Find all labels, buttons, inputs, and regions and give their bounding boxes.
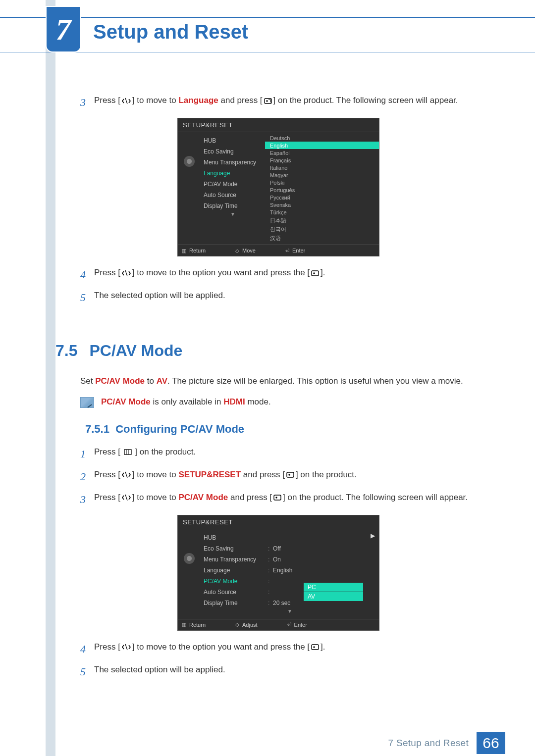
- chapter-title: Setup and Reset: [93, 21, 248, 43]
- section-heading: 7.5 PC/AV Mode: [55, 342, 477, 360]
- step-number: 4: [80, 641, 94, 657]
- updown-icon: [121, 494, 131, 501]
- step-text: Press [] to move to the option you want …: [94, 266, 477, 279]
- osd-language-list: Deutsch English Español Français Italian…: [265, 132, 379, 245]
- enter-icon: [311, 270, 320, 277]
- osd-options-dropdown: PC AV: [304, 583, 363, 602]
- svg-rect-6: [124, 450, 131, 454]
- left-stripe: [46, 0, 55, 756]
- lang-item: 汉语: [265, 234, 379, 243]
- note-text: PC/AV Mode is only available in HDMI mod…: [101, 397, 271, 407]
- osd-menu-item: Auto Source: [201, 190, 265, 201]
- enter-icon: [264, 98, 272, 104]
- section-title: PC/AV Mode: [89, 342, 182, 360]
- gear-icon: [184, 553, 195, 564]
- step-b1: 1 Press [ ] on the product.: [80, 446, 477, 462]
- step-b4: 4 Press [] to move to the option you wan…: [80, 641, 477, 657]
- step-text: Press [ ] on the product.: [94, 446, 477, 458]
- lang-item: Svenska: [265, 201, 379, 208]
- enter-icon: [273, 494, 282, 501]
- highlight-pcavmode: PC/AV Mode: [178, 493, 228, 502]
- updown-icon: [121, 644, 131, 651]
- menu-icon: ▥: [182, 622, 186, 627]
- osd-option: AV: [304, 592, 363, 601]
- menu-icon: [124, 449, 132, 455]
- lang-item: 日本語: [265, 216, 379, 225]
- chapter-badge: 7: [46, 6, 81, 52]
- step-b5: 5 The selected option will be applied.: [80, 663, 477, 680]
- content-area: 3 Press [] to move to Language and press…: [80, 94, 477, 686]
- step-number: 5: [80, 289, 94, 306]
- highlight-av: AV: [157, 376, 167, 386]
- lang-item: Polski: [265, 179, 379, 186]
- svg-rect-16: [312, 645, 319, 650]
- svg-rect-10: [287, 472, 294, 477]
- enter-icon: [311, 644, 320, 651]
- osd-footer: ▥Return ◇Move ⏎Enter: [178, 245, 379, 256]
- lang-item: Deutsch: [265, 134, 379, 142]
- footer-chapter-label: 7 Setup and Reset: [388, 738, 469, 749]
- osd-footer: ▥Return ◇Adjust ⏎Enter: [178, 619, 379, 630]
- step-text: Press [] to move to SETUP&RESET and pres…: [94, 468, 477, 481]
- menu-icon: ▥: [182, 248, 186, 253]
- right-arrow-icon: ▶: [371, 532, 375, 539]
- down-arrow-icon: ▼: [201, 608, 379, 616]
- enter-icon: ⏎: [285, 248, 289, 253]
- osd-title: SETUP&RESET: [178, 118, 379, 132]
- svg-line-12: [125, 495, 127, 501]
- step-number: 4: [80, 266, 94, 283]
- lang-item: Italiano: [265, 164, 379, 171]
- svg-point-5: [313, 272, 315, 274]
- osd-menu-item-selected: Language: [201, 168, 265, 179]
- step-b2: 2 Press [] to move to SETUP&RESET and pr…: [80, 468, 477, 485]
- header-rule-bottom: [0, 52, 535, 52]
- osd-menu-item: Menu Transparency: [201, 157, 265, 168]
- step-text: Press [] to move to the option you want …: [94, 641, 477, 654]
- osd-screenshot-language: SETUP&RESET HUB Eco Saving Menu Transpar…: [177, 118, 379, 256]
- enter-icon: ⏎: [287, 622, 291, 627]
- section-number: 7.5: [55, 342, 77, 360]
- osd-menu-item: HUB: [201, 135, 265, 146]
- osd-menu-item: Eco Saving: [201, 146, 265, 157]
- step-number: 3: [80, 491, 94, 508]
- note-block: PC/AV Mode is only available in HDMI mod…: [80, 397, 477, 408]
- step-number: 2: [80, 468, 94, 485]
- svg-point-11: [288, 474, 290, 476]
- osd-selected-row: PC/AV Mode: [204, 578, 268, 585]
- step-text: The selected option will be applied.: [94, 289, 477, 302]
- updown-icon: [121, 270, 131, 277]
- lang-item: Magyar: [265, 171, 379, 179]
- enter-icon: [286, 471, 295, 478]
- svg-line-3: [125, 270, 127, 276]
- lang-item: Türkçe: [265, 208, 379, 216]
- highlight-language: Language: [178, 96, 218, 105]
- step-text: The selected option will be applied.: [94, 663, 477, 676]
- note-icon: [80, 397, 94, 408]
- osd-menu: HUB Eco Saving Menu Transparency Languag…: [201, 132, 265, 245]
- chapter-number: 7: [56, 12, 71, 47]
- move-icon: ◇: [235, 248, 239, 253]
- lang-item: Русский: [265, 194, 379, 201]
- highlight-setupreset: SETUP&RESET: [178, 470, 241, 479]
- gear-icon: [184, 156, 195, 167]
- osd-menu-item: PC/AV Mode: [201, 179, 265, 190]
- osd-screenshot-pcav: SETUP&RESET ▶ HUB Eco Saving:Off Menu Tr…: [177, 515, 379, 631]
- step-number: 1: [80, 446, 94, 462]
- svg-line-9: [125, 472, 127, 478]
- down-arrow-icon: ▼: [201, 211, 265, 219]
- svg-point-14: [275, 497, 277, 499]
- highlight-pcav: PC/AV Mode: [95, 376, 145, 386]
- section-para: Set PC/AV Mode to AV. The picture size w…: [80, 375, 477, 388]
- svg-line-15: [125, 644, 127, 650]
- updown-icon: [121, 471, 131, 478]
- osd-title: SETUP&RESET: [178, 515, 379, 529]
- lang-item-selected: English: [265, 142, 379, 149]
- lang-item: Português: [265, 186, 379, 194]
- lang-item: Español: [265, 149, 379, 156]
- step-text: Press [] to move to Language and press […: [94, 94, 477, 107]
- lang-item: 한국어: [265, 225, 379, 234]
- step-a3: 3 Press [] to move to Language and press…: [80, 94, 477, 111]
- svg-rect-4: [312, 271, 319, 276]
- step-a4: 4 Press [] to move to the option you wan…: [80, 266, 477, 283]
- adjust-icon: ◇: [235, 622, 239, 627]
